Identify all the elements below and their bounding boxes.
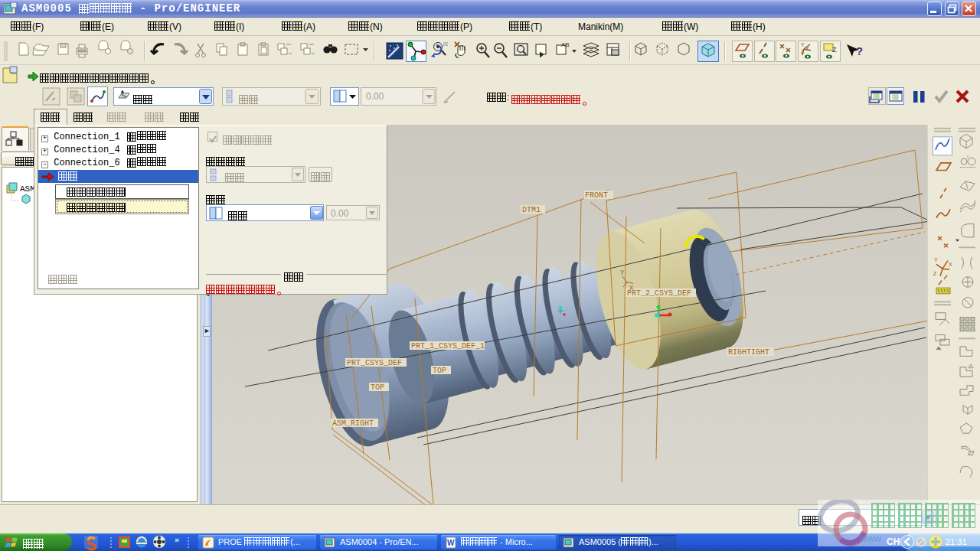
- svg-text:0.00: 0.00: [366, 91, 384, 102]
- svg-text:DTM1: DTM1: [522, 206, 541, 214]
- svg-text:Z: Z: [832, 46, 837, 54]
- svg-text:?: ?: [856, 44, 863, 57]
- svg-text:TOP: TOP: [371, 383, 384, 392]
- svg-text:Y: Y: [620, 269, 625, 277]
- svg-text:PRT_2_CSYS_DEF: PRT_2_CSYS_DEF: [627, 289, 691, 298]
- svg-text:Y: Y: [934, 257, 938, 262]
- svg-text:TOP: TOP: [433, 367, 446, 375]
- svg-text:W: W: [447, 539, 455, 547]
- svg-text:RIGHTIGHT: RIGHTIGHT: [728, 348, 769, 357]
- svg-text:X: X: [949, 262, 952, 267]
- svg-text:AB: AB: [561, 41, 570, 48]
- svg-text:ASM_RIGHT: ASM_RIGHT: [332, 419, 374, 428]
- svg-text:www.: www.: [859, 533, 884, 544]
- svg-text:»: »: [175, 535, 179, 544]
- svg-text:PRT_CSYS_DEF: PRT_CSYS_DEF: [347, 359, 402, 367]
- svg-text:X: X: [629, 285, 634, 292]
- svg-text:FRONT: FRONT: [585, 191, 608, 200]
- svg-text:PRT_1_CSYS_DEF_1: PRT_1_CSYS_DEF_1: [411, 342, 485, 350]
- svg-text:Z: Z: [933, 271, 936, 276]
- svg-text:Y: Y: [801, 42, 805, 47]
